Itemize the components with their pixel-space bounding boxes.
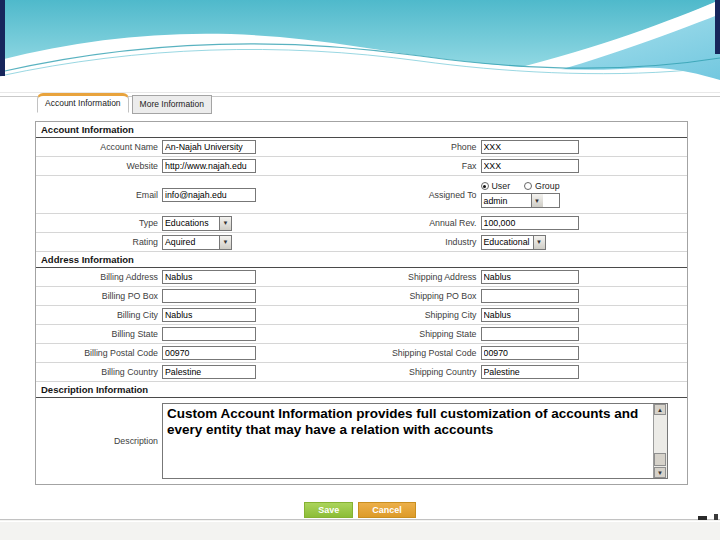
save-button[interactable]: Save [304, 502, 353, 518]
field-label-email: Email [36, 190, 162, 200]
email-input[interactable] [162, 188, 256, 202]
assigned-user-select-value: admin [482, 194, 531, 207]
shipping-city-input[interactable] [481, 308, 579, 322]
field-label-website: Website [36, 161, 162, 171]
form-row: Rating Aquired ▼ Industry Educational ▼ [36, 233, 687, 252]
scroll-up-icon[interactable]: ▲ [654, 404, 666, 415]
phone-input[interactable] [481, 140, 579, 154]
field-label-phone: Phone [362, 142, 481, 152]
form-row: Email Assigned To User Group admin [36, 176, 687, 214]
form-cell: Industry Educational ▼ [362, 233, 688, 251]
form-cell: Shipping Postal Code [362, 344, 688, 362]
assigned-to-group-radio[interactable]: Group [524, 181, 559, 191]
form-row: Billing Address Shipping Address [36, 268, 687, 287]
field-label-description: Description [36, 436, 162, 446]
shipping-country-input[interactable] [481, 365, 579, 379]
assigned-to-radio-group: User Group [481, 181, 560, 191]
form-cell: Billing State [36, 325, 362, 343]
dropdown-arrow-icon[interactable]: ▼ [531, 194, 543, 207]
billing-postal-code-input[interactable] [162, 346, 256, 360]
field-label-rating: Rating [36, 237, 162, 247]
field-label-billing-address: Billing Address [36, 272, 162, 282]
form-row: Description Custom Account Information p… [36, 398, 687, 484]
tab-account-information[interactable]: Account Information [37, 93, 129, 113]
account-name-input[interactable] [162, 140, 256, 154]
form-row: Billing State Shipping State [36, 325, 687, 344]
form-row: Billing City Shipping City [36, 306, 687, 325]
section-header-account-information: Account Information [36, 122, 687, 138]
assigned-user-select[interactable]: admin ▼ [481, 193, 560, 208]
form-cell: Annual Rev. [362, 214, 688, 232]
field-label-billing-state: Billing State [36, 329, 162, 339]
website-input[interactable] [162, 159, 256, 173]
form-row: Billing Country Shipping Country [36, 363, 687, 382]
section-header-description-information: Description Information [36, 382, 687, 398]
field-label-billing-city: Billing City [36, 310, 162, 320]
scrollbar-thumb[interactable] [654, 453, 666, 466]
assigned-to-user-radio[interactable]: User [481, 181, 511, 191]
form-cell: Type Educations ▼ [36, 214, 362, 232]
wave-graphic-icon [0, 0, 720, 92]
fax-input[interactable] [481, 159, 579, 173]
tab-bar: Account Information More Information [0, 93, 720, 114]
billing-city-input[interactable] [162, 308, 256, 322]
shipping-address-input[interactable] [481, 270, 579, 284]
dropdown-arrow-icon[interactable]: ▼ [219, 217, 231, 230]
field-label-annual-rev: Annual Rev. [362, 218, 481, 228]
form-cell: Website [36, 157, 362, 175]
form-cell: Shipping Country [362, 363, 688, 381]
form-cell: Billing Address [36, 268, 362, 286]
field-label-type: Type [36, 218, 162, 228]
form-cell: Email [36, 176, 362, 213]
billing-po-box-input[interactable] [162, 289, 256, 303]
tab-more-information[interactable]: More Information [132, 95, 212, 114]
radio-label-user: User [492, 181, 511, 191]
scroll-down-icon[interactable]: ▼ [654, 467, 666, 478]
field-label-shipping-postal-code: Shipping Postal Code [362, 348, 481, 358]
billing-country-input[interactable] [162, 365, 256, 379]
shipping-state-input[interactable] [481, 327, 579, 341]
scrollbar[interactable]: ▲ ▼ [653, 404, 667, 478]
billing-state-input[interactable] [162, 327, 256, 341]
billing-address-input[interactable] [162, 270, 256, 284]
field-label-industry: Industry [362, 237, 481, 247]
description-text: Custom Account Information provides full… [167, 406, 650, 439]
shipping-po-box-input[interactable] [481, 289, 579, 303]
footer-bar [0, 519, 720, 540]
dropdown-arrow-icon[interactable]: ▼ [219, 236, 231, 249]
form-cell: Shipping State [362, 325, 688, 343]
dropdown-arrow-icon[interactable]: ▼ [533, 236, 545, 249]
form-row: Type Educations ▼ Annual Rev. [36, 214, 687, 233]
cancel-button[interactable]: Cancel [358, 502, 416, 518]
form-cell: Shipping PO Box [362, 287, 688, 305]
form-row: Website Fax [36, 157, 687, 176]
form-cell: Phone [362, 138, 688, 156]
industry-select-value: Educational [482, 236, 533, 249]
section-header-address-information: Address Information [36, 252, 687, 268]
shipping-postal-code-input[interactable] [481, 346, 579, 360]
form-cell: Billing City [36, 306, 362, 324]
radio-label-group: Group [535, 181, 559, 191]
rating-select-value: Aquired [163, 236, 219, 249]
field-label-shipping-city: Shipping City [362, 310, 481, 320]
rating-select[interactable]: Aquired ▼ [162, 235, 232, 250]
type-select[interactable]: Educations ▼ [162, 216, 232, 231]
form-row: Billing Postal Code Shipping Postal Code [36, 344, 687, 363]
field-label-fax: Fax [362, 161, 481, 171]
field-label-billing-country: Billing Country [36, 367, 162, 377]
radio-unselected-icon [524, 182, 532, 190]
screen-artifact [698, 516, 707, 520]
industry-select[interactable]: Educational ▼ [481, 235, 546, 250]
action-button-bar: Save Cancel [0, 502, 720, 518]
radio-selected-icon [481, 182, 489, 190]
decorative-wave-banner [0, 0, 720, 93]
account-edit-form: Account Information Account Name Phone W… [35, 121, 688, 485]
form-cell: Shipping Address [362, 268, 688, 286]
assigned-to-control: User Group admin ▼ [481, 181, 560, 208]
description-textarea[interactable]: Custom Account Information provides full… [162, 403, 668, 479]
form-cell: Account Name [36, 138, 362, 156]
form-row: Billing PO Box Shipping PO Box [36, 287, 687, 306]
annual-rev-input[interactable] [481, 216, 579, 230]
screen-artifact [714, 514, 718, 520]
field-label-shipping-state: Shipping State [362, 329, 481, 339]
